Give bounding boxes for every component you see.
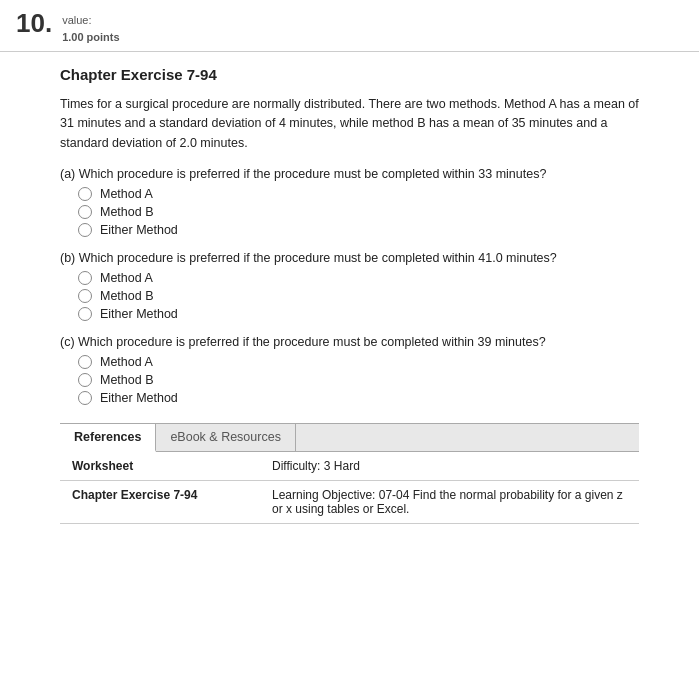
radio-circle-b1[interactable] (78, 271, 92, 285)
exercise-title: Chapter Exercise 7-94 (60, 66, 639, 83)
radio-circle-a1[interactable] (78, 187, 92, 201)
radio-option-c2[interactable]: Method B (78, 373, 639, 387)
references-section: References eBook & Resources Worksheet D… (60, 423, 639, 524)
problem-text: Times for a surgical procedure are norma… (60, 95, 639, 153)
option-label-a2: Method B (100, 205, 154, 219)
question-content: Chapter Exercise 7-94 Times for a surgic… (0, 52, 699, 534)
sub-question-c: (c) Which procedure is preferred if the … (60, 335, 639, 405)
radio-option-b3[interactable]: Either Method (78, 307, 639, 321)
points-value: 1.00 points (62, 29, 119, 46)
table-row-exercise: Chapter Exercise 7-94 Learning Objective… (60, 481, 639, 524)
option-label-b1: Method A (100, 271, 153, 285)
option-label-c1: Method A (100, 355, 153, 369)
radio-option-a3[interactable]: Either Method (78, 223, 639, 237)
radio-circle-b3[interactable] (78, 307, 92, 321)
radio-option-c3[interactable]: Either Method (78, 391, 639, 405)
worksheet-value: Difficulty: 3 Hard (260, 452, 639, 481)
radio-option-b1[interactable]: Method A (78, 271, 639, 285)
question-number: 10. (16, 10, 52, 36)
radio-circle-b2[interactable] (78, 289, 92, 303)
radio-option-a1[interactable]: Method A (78, 187, 639, 201)
radio-circle-a3[interactable] (78, 223, 92, 237)
radio-option-b2[interactable]: Method B (78, 289, 639, 303)
question-meta: value: 1.00 points (62, 10, 119, 45)
radio-circle-a2[interactable] (78, 205, 92, 219)
sub-question-b-label: (b) Which procedure is preferred if the … (60, 251, 639, 265)
option-label-a1: Method A (100, 187, 153, 201)
option-label-c3: Either Method (100, 391, 178, 405)
exercise-label: Chapter Exercise 7-94 (60, 481, 260, 524)
option-label-b3: Either Method (100, 307, 178, 321)
worksheet-label: Worksheet (60, 452, 260, 481)
radio-circle-c2[interactable] (78, 373, 92, 387)
radio-option-c1[interactable]: Method A (78, 355, 639, 369)
question-header: 10. value: 1.00 points (0, 0, 699, 52)
sub-question-a-label: (a) Which procedure is preferred if the … (60, 167, 639, 181)
value-label: value: (62, 12, 119, 29)
exercise-value: Learning Objective: 07-04 Find the norma… (260, 481, 639, 524)
page: 10. value: 1.00 points Chapter Exercise … (0, 0, 699, 700)
tab-references[interactable]: References (60, 424, 156, 452)
sub-question-a: (a) Which procedure is preferred if the … (60, 167, 639, 237)
option-label-b2: Method B (100, 289, 154, 303)
references-tabs: References eBook & Resources (60, 424, 639, 452)
sub-question-b: (b) Which procedure is preferred if the … (60, 251, 639, 321)
radio-circle-c3[interactable] (78, 391, 92, 405)
option-label-a3: Either Method (100, 223, 178, 237)
sub-question-c-label: (c) Which procedure is preferred if the … (60, 335, 639, 349)
radio-circle-c1[interactable] (78, 355, 92, 369)
radio-option-a2[interactable]: Method B (78, 205, 639, 219)
table-row-worksheet: Worksheet Difficulty: 3 Hard (60, 452, 639, 481)
tab-ebook[interactable]: eBook & Resources (156, 424, 295, 451)
references-table: Worksheet Difficulty: 3 Hard Chapter Exe… (60, 452, 639, 524)
option-label-c2: Method B (100, 373, 154, 387)
